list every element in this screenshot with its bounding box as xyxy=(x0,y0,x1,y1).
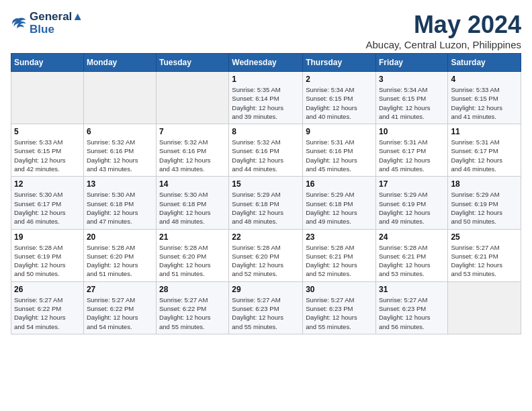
calendar-cell: 17Sunrise: 5:29 AM Sunset: 6:19 PM Dayli… xyxy=(375,177,447,229)
logo-text: General▲ Blue xyxy=(30,11,83,36)
day-detail: Sunrise: 5:27 AM Sunset: 6:21 PM Dayligh… xyxy=(451,243,518,279)
day-detail: Sunrise: 5:33 AM Sunset: 6:15 PM Dayligh… xyxy=(451,85,518,121)
weekday-header-row: SundayMondayTuesdayWednesdayThursdayFrid… xyxy=(11,54,521,72)
location-subtitle: Abucay, Central Luzon, Philippines xyxy=(365,39,521,50)
calendar-cell: 10Sunrise: 5:31 AM Sunset: 6:17 PM Dayli… xyxy=(375,124,447,177)
day-number: 2 xyxy=(306,75,373,84)
calendar-cell: 6Sunrise: 5:32 AM Sunset: 6:16 PM Daylig… xyxy=(83,124,156,177)
weekday-header-friday: Friday xyxy=(375,54,447,72)
calendar-cell: 4Sunrise: 5:33 AM Sunset: 6:15 PM Daylig… xyxy=(448,72,521,124)
day-number: 23 xyxy=(306,232,373,242)
calendar-cell: 24Sunrise: 5:28 AM Sunset: 6:21 PM Dayli… xyxy=(375,229,447,281)
calendar-cell: 9Sunrise: 5:31 AM Sunset: 6:16 PM Daylig… xyxy=(303,124,376,177)
day-number: 20 xyxy=(87,232,153,242)
calendar-cell: 3Sunrise: 5:34 AM Sunset: 6:15 PM Daylig… xyxy=(375,72,447,124)
day-number: 27 xyxy=(87,285,153,294)
day-detail: Sunrise: 5:27 AM Sunset: 6:23 PM Dayligh… xyxy=(379,295,445,331)
calendar-cell: 1Sunrise: 5:35 AM Sunset: 6:14 PM Daylig… xyxy=(229,72,303,124)
calendar-table: SundayMondayTuesdayWednesdayThursdayFrid… xyxy=(11,53,521,334)
weekday-header-saturday: Saturday xyxy=(448,54,521,72)
day-number: 5 xyxy=(14,127,81,136)
day-number: 25 xyxy=(451,232,518,242)
day-detail: Sunrise: 5:30 AM Sunset: 6:17 PM Dayligh… xyxy=(14,190,81,226)
day-detail: Sunrise: 5:29 AM Sunset: 6:19 PM Dayligh… xyxy=(451,190,518,226)
weekday-header-monday: Monday xyxy=(83,54,156,72)
calendar-cell xyxy=(83,72,156,124)
day-number: 8 xyxy=(232,127,300,136)
day-detail: Sunrise: 5:29 AM Sunset: 6:19 PM Dayligh… xyxy=(379,190,445,226)
weekday-header-tuesday: Tuesday xyxy=(157,54,229,72)
day-detail: Sunrise: 5:28 AM Sunset: 6:21 PM Dayligh… xyxy=(379,243,445,279)
day-detail: Sunrise: 5:30 AM Sunset: 6:18 PM Dayligh… xyxy=(159,190,226,226)
day-detail: Sunrise: 5:29 AM Sunset: 6:18 PM Dayligh… xyxy=(306,190,373,226)
calendar-cell xyxy=(448,281,521,334)
calendar-cell: 21Sunrise: 5:28 AM Sunset: 6:20 PM Dayli… xyxy=(157,229,229,281)
calendar-week-row: 26Sunrise: 5:27 AM Sunset: 6:22 PM Dayli… xyxy=(11,281,521,334)
weekday-header-thursday: Thursday xyxy=(303,54,376,72)
day-detail: Sunrise: 5:28 AM Sunset: 6:20 PM Dayligh… xyxy=(87,243,153,279)
calendar-cell xyxy=(11,72,84,124)
calendar-cell: 31Sunrise: 5:27 AM Sunset: 6:23 PM Dayli… xyxy=(375,281,447,334)
calendar-cell: 20Sunrise: 5:28 AM Sunset: 6:20 PM Dayli… xyxy=(83,229,156,281)
day-number: 6 xyxy=(87,127,153,136)
logo: General▲ Blue xyxy=(11,11,83,36)
calendar-cell: 8Sunrise: 5:32 AM Sunset: 6:16 PM Daylig… xyxy=(229,124,303,177)
calendar-cell: 16Sunrise: 5:29 AM Sunset: 6:18 PM Dayli… xyxy=(303,177,376,229)
calendar-week-row: 12Sunrise: 5:30 AM Sunset: 6:17 PM Dayli… xyxy=(11,177,521,229)
day-number: 26 xyxy=(14,285,81,294)
calendar-cell: 13Sunrise: 5:30 AM Sunset: 6:18 PM Dayli… xyxy=(83,177,156,229)
day-detail: Sunrise: 5:27 AM Sunset: 6:22 PM Dayligh… xyxy=(87,295,153,331)
day-number: 4 xyxy=(451,75,518,84)
day-number: 19 xyxy=(14,232,81,242)
day-detail: Sunrise: 5:28 AM Sunset: 6:19 PM Dayligh… xyxy=(14,243,81,279)
calendar-cell: 14Sunrise: 5:30 AM Sunset: 6:18 PM Dayli… xyxy=(157,177,229,229)
weekday-header-wednesday: Wednesday xyxy=(229,54,303,72)
day-detail: Sunrise: 5:27 AM Sunset: 6:22 PM Dayligh… xyxy=(14,295,81,331)
day-number: 17 xyxy=(379,179,445,189)
day-detail: Sunrise: 5:31 AM Sunset: 6:17 PM Dayligh… xyxy=(379,138,445,173)
day-number: 22 xyxy=(232,232,300,242)
calendar-cell: 18Sunrise: 5:29 AM Sunset: 6:19 PM Dayli… xyxy=(448,177,521,229)
calendar-cell: 12Sunrise: 5:30 AM Sunset: 6:17 PM Dayli… xyxy=(11,177,84,229)
day-detail: Sunrise: 5:35 AM Sunset: 6:14 PM Dayligh… xyxy=(232,85,300,121)
day-detail: Sunrise: 5:28 AM Sunset: 6:20 PM Dayligh… xyxy=(159,243,226,279)
day-number: 21 xyxy=(159,232,226,242)
calendar-cell: 15Sunrise: 5:29 AM Sunset: 6:18 PM Dayli… xyxy=(229,177,303,229)
title-block: May 2024 Abucay, Central Luzon, Philippi… xyxy=(365,11,521,50)
day-number: 7 xyxy=(159,127,226,136)
day-number: 14 xyxy=(159,179,226,189)
day-number: 15 xyxy=(232,179,300,189)
calendar-cell: 25Sunrise: 5:27 AM Sunset: 6:21 PM Dayli… xyxy=(448,229,521,281)
day-detail: Sunrise: 5:29 AM Sunset: 6:18 PM Dayligh… xyxy=(232,190,300,226)
calendar-week-row: 1Sunrise: 5:35 AM Sunset: 6:14 PM Daylig… xyxy=(11,72,521,124)
day-number: 1 xyxy=(232,75,300,84)
day-detail: Sunrise: 5:31 AM Sunset: 6:16 PM Dayligh… xyxy=(306,138,373,173)
calendar-cell: 29Sunrise: 5:27 AM Sunset: 6:23 PM Dayli… xyxy=(229,281,303,334)
day-detail: Sunrise: 5:27 AM Sunset: 6:23 PM Dayligh… xyxy=(232,295,300,331)
day-detail: Sunrise: 5:27 AM Sunset: 6:23 PM Dayligh… xyxy=(306,295,373,331)
day-number: 9 xyxy=(306,127,373,136)
calendar-cell: 26Sunrise: 5:27 AM Sunset: 6:22 PM Dayli… xyxy=(11,281,84,334)
day-detail: Sunrise: 5:30 AM Sunset: 6:18 PM Dayligh… xyxy=(87,190,153,226)
calendar-cell: 22Sunrise: 5:28 AM Sunset: 6:20 PM Dayli… xyxy=(229,229,303,281)
day-detail: Sunrise: 5:28 AM Sunset: 6:20 PM Dayligh… xyxy=(232,243,300,279)
day-number: 24 xyxy=(379,232,445,242)
day-detail: Sunrise: 5:33 AM Sunset: 6:15 PM Dayligh… xyxy=(14,138,81,173)
calendar-cell: 19Sunrise: 5:28 AM Sunset: 6:19 PM Dayli… xyxy=(11,229,84,281)
day-detail: Sunrise: 5:31 AM Sunset: 6:17 PM Dayligh… xyxy=(451,138,518,173)
calendar-cell xyxy=(157,72,229,124)
day-detail: Sunrise: 5:32 AM Sunset: 6:16 PM Dayligh… xyxy=(232,138,300,173)
day-number: 13 xyxy=(87,179,153,189)
day-detail: Sunrise: 5:34 AM Sunset: 6:15 PM Dayligh… xyxy=(306,85,373,121)
day-number: 18 xyxy=(451,179,518,189)
calendar-cell: 28Sunrise: 5:27 AM Sunset: 6:22 PM Dayli… xyxy=(157,281,229,334)
calendar-cell: 2Sunrise: 5:34 AM Sunset: 6:15 PM Daylig… xyxy=(303,72,376,124)
day-number: 29 xyxy=(232,285,300,294)
day-number: 31 xyxy=(379,285,445,294)
calendar-week-row: 5Sunrise: 5:33 AM Sunset: 6:15 PM Daylig… xyxy=(11,124,521,177)
calendar-week-row: 19Sunrise: 5:28 AM Sunset: 6:19 PM Dayli… xyxy=(11,229,521,281)
calendar-cell: 23Sunrise: 5:28 AM Sunset: 6:21 PM Dayli… xyxy=(303,229,376,281)
day-detail: Sunrise: 5:28 AM Sunset: 6:21 PM Dayligh… xyxy=(306,243,373,279)
month-title: May 2024 xyxy=(365,11,521,39)
day-number: 10 xyxy=(379,127,445,136)
